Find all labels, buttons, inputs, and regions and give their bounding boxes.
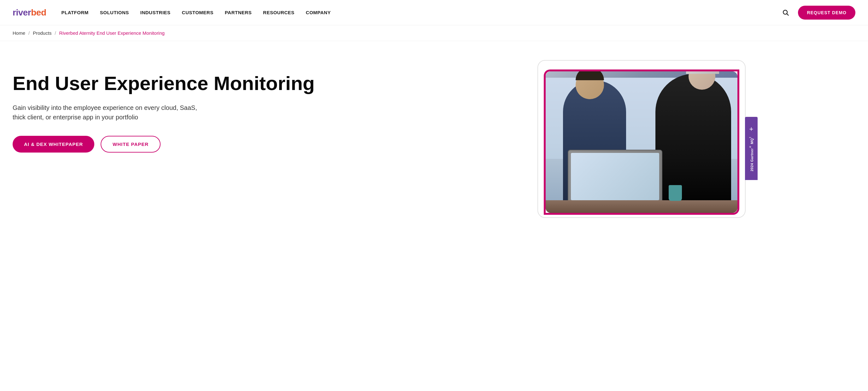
- breadcrumb-current: Riverbed Aternity End User Experience Mo…: [59, 30, 165, 36]
- logo-part2: bed: [31, 7, 46, 17]
- logo-part1: river: [12, 7, 31, 17]
- hero-title: End User Experience Monitoring: [12, 73, 422, 94]
- breadcrumb-sep1: /: [28, 30, 30, 36]
- hero-left: End User Experience Monitoring Gain visi…: [12, 60, 434, 152]
- gartner-plus-icon: +: [749, 126, 753, 133]
- header: riverbed PLATFORM SOLUTIONS INDUSTRIES C…: [0, 0, 868, 25]
- hero-subtitle: Gain visibility into the employee experi…: [12, 103, 208, 122]
- pink-accent-border-bottomright: [544, 69, 739, 215]
- main-content: End User Experience Monitoring Gain visi…: [0, 41, 868, 256]
- breadcrumb-sep2: /: [55, 30, 56, 36]
- nav-item-company[interactable]: COMPANY: [306, 10, 331, 15]
- nav-item-customers[interactable]: CUSTOMERS: [182, 10, 214, 15]
- logo[interactable]: riverbed: [12, 7, 46, 18]
- nav-item-solutions[interactable]: SOLUTIONS: [100, 10, 129, 15]
- hero-image-frame: + 2024 Gartner® MQ™: [537, 60, 752, 224]
- ai-dex-whitepaper-button[interactable]: AI & DEX WHITEPAPER: [12, 136, 94, 152]
- svg-line-1: [787, 13, 789, 15]
- search-button[interactable]: [780, 7, 792, 19]
- svg-point-0: [783, 10, 787, 14]
- header-actions: REQUEST DEMO: [780, 6, 856, 20]
- gartner-text: 2024 Gartner® MQ™: [749, 135, 754, 171]
- nav-item-platform[interactable]: PLATFORM: [62, 10, 89, 15]
- breadcrumb: Home / Products / Riverbed Aternity End …: [0, 25, 868, 41]
- main-nav: PLATFORM SOLUTIONS INDUSTRIES CUSTOMERS …: [62, 10, 780, 15]
- breadcrumb-home[interactable]: Home: [12, 30, 25, 36]
- hero-right: + 2024 Gartner® MQ™: [434, 60, 856, 224]
- white-paper-button[interactable]: WHITE PAPER: [101, 136, 160, 152]
- search-icon: [782, 9, 789, 16]
- breadcrumb-products[interactable]: Products: [33, 30, 52, 36]
- gartner-badge[interactable]: + 2024 Gartner® MQ™: [745, 117, 757, 180]
- request-demo-button[interactable]: REQUEST DEMO: [798, 6, 856, 20]
- nav-item-industries[interactable]: INDUSTRIES: [141, 10, 170, 15]
- cta-buttons: AI & DEX WHITEPAPER WHITE PAPER: [12, 136, 422, 152]
- nav-item-partners[interactable]: PARTNERS: [225, 10, 252, 15]
- nav-item-resources[interactable]: RESOURCES: [263, 10, 294, 15]
